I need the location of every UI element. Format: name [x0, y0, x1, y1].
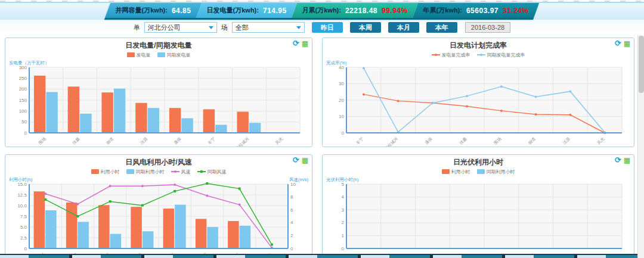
chart-legend: 利用小时同期利用小时: [323, 168, 634, 175]
kpi-daily-generation: 日发电量(万kwh): 714.95: [196, 3, 297, 18]
svg-text:风光: 风光: [274, 136, 284, 146]
filter-bar: 单 河北分公司 场 全部 昨日 本周 本月 本年 2016-03-28: [0, 20, 644, 35]
panel-title: 日光伏利用小时: [323, 155, 634, 167]
legend-item[interactable]: 同期发电量: [157, 52, 191, 58]
station-filter-label: 场: [221, 23, 228, 32]
svg-text:完成率(%): 完成率(%): [326, 60, 347, 66]
svg-text:发电量（万千瓦时）: 发电量（万千瓦时）: [9, 60, 49, 66]
svg-text:150: 150: [19, 98, 27, 103]
svg-text:250: 250: [19, 76, 27, 81]
svg-text:3: 3: [342, 207, 345, 213]
chart-canvas-combo: 02.55.07.510.012.515.00246810围场佳鑫御道沽源康保丰…: [8, 176, 309, 258]
vertical-scrollbar[interactable]: [637, 35, 644, 258]
station-select[interactable]: 全部: [232, 22, 305, 33]
scrollbar-thumb[interactable]: [639, 36, 644, 93]
svg-text:2: 2: [342, 220, 345, 225]
export-icon[interactable]: ▦: [302, 40, 308, 47]
period-button-yesterday[interactable]: 昨日: [312, 22, 343, 33]
legend-item[interactable]: 发电量完成率: [432, 52, 470, 58]
stat-value: 65603.97: [466, 7, 499, 15]
chart-legend: 发电量同期发电量: [5, 51, 312, 58]
company-select[interactable]: 河北分公司: [144, 22, 217, 33]
stat-label: 日发电量(万kwh):: [207, 6, 259, 15]
chevron-down-icon: [296, 26, 301, 29]
svg-text:0: 0: [342, 130, 345, 136]
svg-text:御道: 御道: [106, 136, 114, 145]
stat-value: 714.95: [263, 7, 287, 15]
stat-label: 月累(万kwh):: [302, 6, 341, 15]
station-select-value: 全部: [236, 23, 249, 32]
company-select-value: 河北分公司: [148, 23, 181, 32]
legend-item[interactable]: 同期风速: [197, 169, 227, 175]
chart-panel-daily-generation: ⟳ ▦ 日发电量/同期发电量 发电量同期发电量 0501001502002503…: [5, 38, 312, 147]
svg-text:30: 30: [339, 81, 344, 86]
panel-title: 日风电利用小时/风速: [5, 155, 312, 167]
cropped-next-row: [0, 254, 644, 258]
svg-text:光伏利用小时(h): 光伏利用小时(h): [326, 177, 359, 182]
legend-item[interactable]: 同期利用小时: [477, 169, 515, 175]
svg-text:200: 200: [19, 86, 27, 92]
svg-text:康保: 康保: [424, 136, 434, 145]
svg-text:10.0: 10.0: [17, 203, 27, 209]
kpi-header-bar: 并网容量(万kwh): 64.85 日发电量(万kwh): 714.95 月累(…: [0, 3, 644, 20]
svg-text:0: 0: [290, 246, 293, 251]
period-button-this-week[interactable]: 本周: [350, 22, 381, 33]
stat-label: 并网容量(万kwh):: [116, 6, 168, 15]
chart-legend: 发电量完成率同期发电量完成率: [323, 51, 634, 58]
kpi-month-total: 月累(万kwh): 22218.48 99.94%: [292, 3, 418, 18]
chart-canvas-empty: 012345光伏利用小时(h): [325, 176, 631, 258]
stat-percent: 31.24%: [503, 7, 529, 15]
svg-text:御道: 御道: [527, 136, 536, 145]
svg-text:康保: 康保: [173, 136, 182, 145]
legend-item[interactable]: 发电量: [127, 52, 151, 58]
legend-item[interactable]: 利用小时: [442, 169, 470, 175]
svg-text:围场: 围场: [493, 136, 503, 146]
svg-text:0: 0: [342, 246, 345, 251]
svg-text:6: 6: [290, 207, 293, 213]
svg-text:4: 4: [342, 194, 345, 200]
refresh-icon[interactable]: ⟳: [293, 39, 299, 47]
svg-text:风光: 风光: [596, 136, 606, 146]
legend-item[interactable]: 风速: [171, 169, 191, 175]
refresh-icon[interactable]: ⟳: [615, 156, 621, 164]
panel-title: 日发电计划完成率: [323, 38, 634, 51]
svg-text:建投城河: 建投城河: [234, 136, 250, 147]
svg-text:丰宁: 丰宁: [207, 136, 216, 145]
legend-item[interactable]: 同期发电量完成率: [477, 52, 525, 58]
svg-text:12.5: 12.5: [17, 192, 27, 198]
svg-text:0: 0: [24, 246, 27, 251]
chart-canvas-bar: 050100150200250300围场佳鑫御道沽源康保丰宁建投城河风光发电量（…: [8, 59, 309, 147]
svg-text:8: 8: [290, 194, 293, 200]
stat-value: 64.85: [172, 7, 191, 15]
legend-item[interactable]: 利用小时: [91, 169, 120, 175]
kpi-year-total: 年累(万kwh): 65603.97 31.24%: [413, 3, 539, 18]
svg-text:2.5: 2.5: [20, 235, 27, 241]
legend-item[interactable]: 同期利用小时: [126, 169, 165, 175]
svg-text:7.5: 7.5: [20, 214, 27, 219]
export-icon[interactable]: ▦: [302, 157, 308, 164]
period-button-this-year[interactable]: 本年: [426, 22, 457, 33]
refresh-icon[interactable]: ⟳: [615, 39, 621, 47]
svg-text:沽源: 沽源: [562, 136, 571, 146]
svg-text:0: 0: [24, 130, 27, 136]
panel-title: 日发电量/同期发电量: [5, 38, 312, 51]
refresh-icon[interactable]: ⟳: [293, 156, 299, 164]
svg-text:沽源: 沽源: [139, 136, 148, 146]
date-picker-field[interactable]: 2016-03-28: [465, 22, 510, 33]
svg-text:佳鑫: 佳鑫: [459, 136, 467, 145]
export-icon[interactable]: ▦: [624, 157, 630, 164]
chart-panel-wind-hours-speed: ⟳ ▦ 日风电利用小时/风速 利用小时同期利用小时风速同期风速 02.55.07…: [5, 154, 312, 258]
chart-canvas-line: 010203040丰宁建投城河康保佳鑫围场御道沽源风光完成率(%): [325, 59, 631, 147]
period-button-this-month[interactable]: 本月: [388, 22, 419, 33]
kpi-trapezoid: 并网容量(万kwh): 64.85 日发电量(万kwh): 714.95 月累(…: [104, 3, 540, 20]
stat-label: 年累(万kwh):: [423, 6, 462, 15]
export-icon[interactable]: ▦: [624, 40, 630, 47]
unit-filter-label: 单: [134, 23, 140, 32]
svg-text:10: 10: [339, 114, 344, 119]
svg-text:建投城河: 建投城河: [383, 136, 399, 147]
svg-text:利用小时(h): 利用小时(h): [9, 177, 33, 182]
svg-text:风速(m/s): 风速(m/s): [289, 177, 309, 182]
kpi-grid-capacity: 并网容量(万kwh): 64.85: [105, 3, 202, 18]
svg-text:丰宁: 丰宁: [355, 136, 364, 145]
svg-text:围场: 围场: [38, 136, 47, 146]
